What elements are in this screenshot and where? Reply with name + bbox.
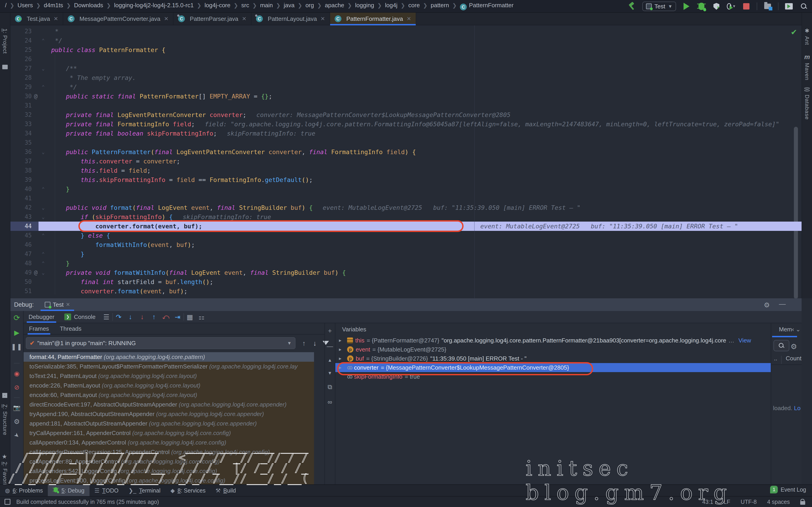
code-line-48[interactable]: 48⌃ } [10, 259, 802, 268]
stack-frame-row[interactable]: tryCallAppender:161, AppenderControl (or… [23, 428, 314, 438]
scroll-up-icon[interactable]: ▲ [327, 357, 332, 363]
editor-tab-patternlayout-java[interactable]: CPatternLayout.java✕ [251, 13, 330, 25]
fold-marker-icon[interactable]: ⌄ [42, 147, 45, 157]
event-log[interactable]: 1 Event Log [770, 486, 806, 494]
code-line-40[interactable]: 40⌃ } [10, 184, 802, 194]
variables-list[interactable]: ▸this= {PatternFormatter@2747} "org.apac… [335, 336, 771, 484]
stack-frame-row[interactable]: toText:241, PatternLayout (org.apache.lo… [23, 371, 314, 381]
sidebar-item-structure[interactable]: Z: Structure [2, 404, 8, 435]
sidebar-item-database[interactable]: Database [804, 95, 810, 120]
breadcrumb-item[interactable]: org [305, 2, 314, 9]
stack-frame-row[interactable]: processLogEvent:500, LoggerConfig (org.a… [23, 476, 314, 484]
code-line-41[interactable]: 41 [10, 194, 802, 203]
breadcrumb-item[interactable]: main [260, 2, 273, 9]
stack-frame-row[interactable]: append:181, AbstractOutputStreamAppender… [23, 419, 314, 428]
unlock-icon[interactable] [800, 501, 805, 505]
code-line-30[interactable]: 30@ public static final PatternFormatter… [10, 92, 802, 101]
breadcrumb-item[interactable]: core [408, 2, 420, 9]
breadcrumb-item[interactable]: log4j [385, 2, 397, 9]
stack-frame-row[interactable]: tryAppend:190, AbstractOutputStreamAppen… [23, 409, 314, 419]
fold-marker-icon[interactable]: ⌃ [42, 82, 45, 92]
step-into-icon[interactable]: ↓ [124, 313, 136, 321]
run-configuration-select[interactable]: Test ▼ [642, 2, 676, 11]
variable-row-this[interactable]: ▸this= {PatternFormatter@2747} "org.apac… [335, 336, 771, 345]
close-icon[interactable]: ✕ [54, 16, 58, 22]
stack-frame-row[interactable]: toSerializable:385, PatternLayout$Patter… [23, 362, 314, 371]
thread-dump-icon[interactable]: 📷 [13, 404, 20, 411]
line-separator[interactable]: LF [724, 499, 730, 505]
toolwindow-button-terminal[interactable]: ❯_Terminal [123, 485, 165, 496]
code-line-31[interactable]: 31 [10, 101, 802, 110]
breadcrumb-item[interactable]: PatternFormatter [469, 2, 514, 9]
variable-row-event[interactable]: ▸pevent= {MutableLogEvent@2725} [335, 345, 771, 354]
code-line-27[interactable]: 27⌄ /** [10, 64, 802, 73]
fold-marker-icon[interactable]: ⌃ [42, 36, 45, 45]
stack-frame-row[interactable]: callAppenderPreventRecursion:125, Append… [23, 447, 314, 457]
code-line-38[interactable]: 38 this.field = field; [10, 166, 802, 175]
breadcrumb-item[interactable]: Downloads [74, 2, 103, 9]
mute-breakpoints-icon[interactable]: ⊘ [14, 384, 19, 391]
prev-frame-icon[interactable]: ↑ [302, 340, 306, 347]
stop-button[interactable] [742, 2, 751, 11]
breadcrumb-item[interactable]: apache [325, 2, 344, 9]
sidebar-item-project[interactable]: 1: Project [2, 29, 8, 54]
grid-icon[interactable] [2, 393, 7, 398]
code-line-51[interactable]: 51 converter.format(event, buf); [10, 287, 802, 296]
expand-chevron-icon[interactable]: ▸ [339, 354, 345, 363]
code-line-47[interactable]: 47⌃ } [10, 249, 802, 259]
code-line-29[interactable]: 29⌃ */ [10, 82, 802, 92]
tab-frames[interactable]: Frames [23, 323, 54, 334]
toolwindow-button-todo[interactable]: ☰TODO [90, 485, 123, 496]
breadcrumb-item[interactable]: pattern [431, 2, 449, 9]
editor-tab-patternparser-java[interactable]: CPatternParser.java✕ [173, 13, 251, 25]
run-button[interactable] [682, 2, 691, 11]
stack-frame-row[interactable]: directEncodeEvent:197, AbstractOutputStr… [23, 400, 314, 409]
debugger-settings-icon[interactable]: ⚙ [14, 417, 20, 426]
profiler-button[interactable]: ▼ [727, 2, 736, 11]
force-step-into-icon[interactable]: ↓ [136, 313, 148, 321]
fold-marker-icon[interactable]: ⌃ [42, 249, 45, 259]
build-hammer-icon[interactable] [627, 2, 637, 11]
code-line-24[interactable]: 24⌃ */ [10, 36, 802, 45]
close-icon[interactable]: ✕ [164, 16, 168, 22]
stack-frame-row[interactable]: encode:60, PatternLayout (org.apache.log… [23, 390, 314, 400]
fold-marker-icon[interactable]: ⌄ [42, 268, 45, 277]
code-line-37[interactable]: 37 this.converter = converter; [10, 157, 802, 166]
breadcrumb-item[interactable]: d4m1ts [44, 2, 63, 9]
breadcrumb-item[interactable]: Users [17, 2, 33, 9]
hide-panel-icon[interactable]: — [779, 300, 786, 308]
breadcrumb-item[interactable]: java [284, 2, 295, 9]
close-icon[interactable]: ✕ [407, 16, 411, 22]
fold-marker-icon[interactable]: ⌃ [42, 231, 45, 240]
drop-frame-icon[interactable]: ⤺ [160, 313, 172, 321]
run-anything-icon[interactable] [784, 2, 794, 11]
thread-selector[interactable]: ✔ "main"@1 in group "main": RUNNING ▼ [26, 337, 295, 349]
code-editor[interactable]: ✔ 23 *24⌃ */25public class PatternFormat… [10, 25, 802, 298]
file-encoding[interactable]: UTF-8 [741, 499, 757, 505]
tab-console[interactable]: ❯ Console [59, 311, 100, 323]
breadcrumb-item[interactable]: logging-log4j2-log4j-2.15.0-rc1 [114, 2, 194, 9]
view-breakpoints-icon[interactable]: ◉ [14, 370, 19, 377]
code-line-26[interactable]: 26 [10, 55, 802, 64]
resume-icon[interactable]: ▶ [14, 329, 19, 337]
toolwindow-button-8-services[interactable]: ◆8: Services [165, 485, 210, 496]
frames-list[interactable]: format:44, PatternFormatter (org.apache.… [23, 352, 314, 484]
editor-tab-test-java[interactable]: CTest.java✕ [10, 13, 63, 25]
breadcrumb-item[interactable]: / [5, 2, 7, 9]
code-line-44[interactable]: 44 converter.format(event, buf);converte… [10, 222, 802, 231]
fold-marker-icon[interactable]: ⌄ [42, 64, 45, 73]
stack-frame-row[interactable]: callAppender0:134, AppenderControl (org.… [23, 438, 314, 447]
editor-tab-messagepatternconverter-java[interactable]: CMessagePatternConverter.java✕ [63, 13, 173, 25]
code-line-49[interactable]: 49@⌄ private void formatWithInfo(final L… [10, 268, 802, 277]
next-frame-icon[interactable]: ↓ [313, 340, 316, 347]
code-line-45[interactable]: 45⌃ } else { [10, 231, 802, 240]
memory-title[interactable]: Mem‹ ⌄ [779, 326, 806, 333]
code-line-39[interactable]: 39 this.skipFormattingInfo = field == Fo… [10, 175, 802, 184]
watches-icon[interactable]: ∞ [327, 399, 332, 406]
code-line-28[interactable]: 28 * The empty array. [10, 73, 802, 82]
code-line-35[interactable]: 35 [10, 138, 802, 147]
fold-marker-icon[interactable]: ⌄ [42, 212, 45, 222]
tab-debugger[interactable]: Debugger [23, 311, 59, 323]
indent-setting[interactable]: 4 spaces [767, 499, 790, 505]
code-line-25[interactable]: 25public class PatternFormatter { [10, 45, 802, 55]
